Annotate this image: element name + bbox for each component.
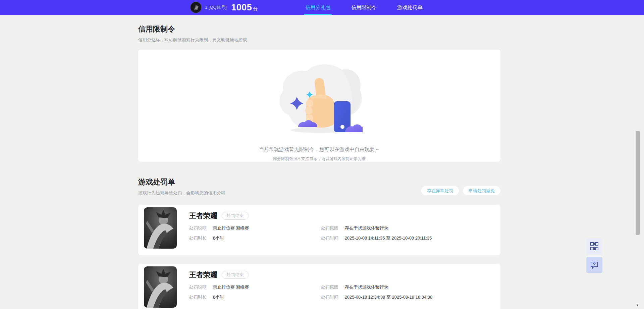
penalty-time-label: 处罚时间 bbox=[321, 295, 338, 300]
restriction-title: 信用限制令 bbox=[138, 24, 500, 34]
penalty-info-grid: 处罚说明 禁止排位赛 巅峰赛 处罚原因 存在干扰游戏体验行为 处罚时长 6小时 bbox=[189, 284, 494, 300]
penalty-reason-cell: 处罚原因 存在干扰游戏体验行为 bbox=[321, 284, 494, 290]
header-tabs: 信用分礼包 信用限制令 游戏处罚单 bbox=[305, 0, 443, 15]
penalty-card-body: 王者荣耀 处罚结束 处罚说明 禁止排位赛 巅峰赛 处罚原因 存在干扰游戏体验行为 bbox=[189, 266, 494, 309]
qr-code-icon bbox=[590, 242, 599, 251]
penalty-duration-cell: 处罚时长 6小时 bbox=[189, 294, 321, 300]
abnormal-penalty-link[interactable]: 存在异常处罚 bbox=[421, 186, 459, 195]
avatar-image bbox=[191, 2, 202, 13]
penalty-reason-value: 存在干扰游戏体验行为 bbox=[345, 285, 388, 290]
game-name: 王者荣耀 bbox=[189, 211, 217, 220]
penalty-reason-label: 处罚原因 bbox=[321, 225, 338, 230]
game-thumbnail bbox=[144, 266, 177, 308]
restriction-subtitle: 信用分达标，即可解除游戏行为限制，要文明健康地游戏 bbox=[138, 37, 500, 43]
penalty-desc-value: 禁止排位赛 巅峰赛 bbox=[213, 285, 249, 290]
scrollbar-thumb[interactable] bbox=[636, 131, 640, 235]
tab-game-penalty[interactable]: 游戏处罚单 bbox=[397, 0, 422, 15]
penalty-time-value: 2025-10-08 14:11:35 至 2025-10-08 20:11:3… bbox=[345, 236, 432, 241]
penalty-info-grid: 处罚说明 禁止排位赛 巅峰赛 处罚原因 存在干扰游戏体验行为 处罚时长 6小时 bbox=[189, 225, 494, 241]
account-label: 1 [QQ账号] bbox=[205, 4, 226, 10]
penalty-time-value: 2025-08-18 12:34:38 至 2025-08-18 18:34:3… bbox=[345, 295, 433, 300]
penalty-card-title-row: 王者荣耀 处罚结束 bbox=[189, 211, 494, 220]
penalty-duration-value: 6小时 bbox=[213, 295, 224, 300]
penalty-header-row: 游戏处罚单 游戏行为违规导致处罚，会影响您的信用分哦 存在异常处罚 申请处罚减免 bbox=[138, 177, 500, 196]
status-badge: 处罚结束 bbox=[222, 271, 249, 279]
penalty-reason-label: 处罚原因 bbox=[321, 285, 338, 290]
tab-credit-restriction[interactable]: 信用限制令 bbox=[351, 0, 376, 15]
penalty-duration-label: 处罚时长 bbox=[189, 295, 207, 300]
avatar[interactable] bbox=[190, 2, 202, 13]
penalty-card: 王者荣耀 处罚结束 处罚说明 禁止排位赛 巅峰赛 处罚原因 存在干扰游戏体验行为 bbox=[138, 205, 500, 255]
penalty-duration-value: 6小时 bbox=[213, 236, 224, 241]
help-bubble-icon bbox=[590, 261, 599, 269]
thumbs-up-illustration bbox=[276, 64, 363, 134]
credit-score: 1005 分 bbox=[231, 2, 258, 13]
empty-state-text: 当前常玩游戏暂无限制令，您可以在游戏中自由玩耍～ bbox=[138, 146, 500, 153]
penalty-title: 游戏处罚单 bbox=[138, 177, 225, 187]
tab-credit-gift[interactable]: 信用分礼包 bbox=[305, 0, 330, 15]
empty-state-note: 部分限制数据不支持显示，请以游戏内限制记录为准 bbox=[138, 156, 500, 162]
user-group: 1 [QQ账号] 1005 分 bbox=[190, 2, 258, 13]
penalty-time-cell: 处罚时间 2025-08-18 12:34:38 至 2025-08-18 18… bbox=[321, 294, 494, 300]
scrollbar-down-arrow[interactable]: ▼ bbox=[636, 304, 640, 307]
top-header: 1 [QQ账号] 1005 分 信用分礼包 信用限制令 游戏处罚单 bbox=[0, 0, 644, 15]
game-thumbnail bbox=[144, 207, 177, 249]
qr-code-button[interactable] bbox=[586, 238, 602, 254]
penalty-desc-cell: 处罚说明 禁止排位赛 巅峰赛 bbox=[189, 284, 321, 290]
restriction-section: 信用限制令 信用分达标，即可解除游戏行为限制，要文明健康地游戏 bbox=[138, 24, 500, 162]
help-feedback-button[interactable] bbox=[586, 257, 602, 273]
penalty-duration-cell: 处罚时长 6小时 bbox=[189, 235, 321, 241]
credit-score-value: 1005 bbox=[231, 2, 252, 13]
penalty-subtitle: 游戏行为违规导致处罚，会影响您的信用分哦 bbox=[138, 190, 225, 196]
penalty-desc-cell: 处罚说明 禁止排位赛 巅峰赛 bbox=[189, 225, 321, 231]
penalty-reason-value: 存在干扰游戏体验行为 bbox=[345, 225, 388, 230]
penalty-desc-label: 处罚说明 bbox=[189, 225, 207, 230]
penalty-section: 游戏处罚单 游戏行为违规导致处罚，会影响您的信用分哦 存在异常处罚 申请处罚减免 bbox=[138, 177, 500, 309]
penalty-desc-value: 禁止排位赛 巅峰赛 bbox=[213, 225, 249, 230]
penalty-time-label: 处罚时间 bbox=[321, 236, 338, 241]
penalty-card-list: 王者荣耀 处罚结束 处罚说明 禁止排位赛 巅峰赛 处罚原因 存在干扰游戏体验行为 bbox=[138, 205, 500, 309]
penalty-card-title-row: 王者荣耀 处罚结束 bbox=[189, 270, 494, 279]
penalty-card-body: 王者荣耀 处罚结束 处罚说明 禁止排位赛 巅峰赛 处罚原因 存在干扰游戏体验行为 bbox=[189, 207, 494, 255]
penalty-reduction-link[interactable]: 申请处罚减免 bbox=[463, 186, 500, 195]
restriction-empty-panel: 当前常玩游戏暂无限制令，您可以在游戏中自由玩耍～ 部分限制数据不支持显示，请以游… bbox=[138, 50, 500, 162]
credit-score-unit: 分 bbox=[253, 6, 258, 12]
penalty-duration-label: 处罚时长 bbox=[189, 236, 207, 241]
game-name: 王者荣耀 bbox=[189, 270, 217, 279]
header-inner: 1 [QQ账号] 1005 分 信用分礼包 信用限制令 游戏处罚单 bbox=[138, 0, 500, 15]
penalty-card: 王者荣耀 处罚结束 处罚说明 禁止排位赛 巅峰赛 处罚原因 存在干扰游戏体验行为 bbox=[138, 264, 500, 309]
status-badge: 处罚结束 bbox=[222, 212, 249, 220]
floating-buttons bbox=[586, 238, 602, 273]
penalty-desc-label: 处罚说明 bbox=[189, 285, 207, 290]
penalty-actions: 存在异常处罚 申请处罚减免 bbox=[421, 186, 500, 196]
penalty-titles: 游戏处罚单 游戏行为违规导致处罚，会影响您的信用分哦 bbox=[138, 177, 225, 196]
penalty-time-cell: 处罚时间 2025-10-08 14:11:35 至 2025-10-08 20… bbox=[321, 235, 494, 241]
penalty-reason-cell: 处罚原因 存在干扰游戏体验行为 bbox=[321, 225, 494, 231]
main-content: 信用限制令 信用分达标，即可解除游戏行为限制，要文明健康地游戏 bbox=[138, 24, 500, 309]
